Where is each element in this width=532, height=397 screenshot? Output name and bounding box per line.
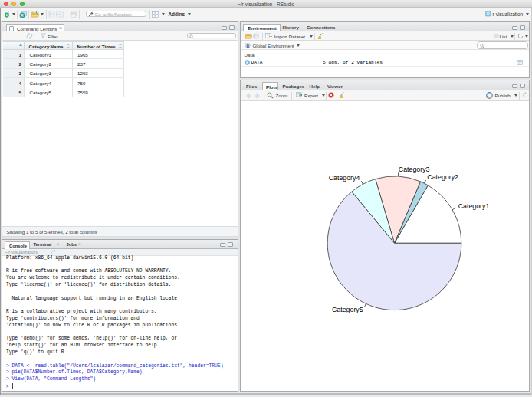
svg-text:R: R (486, 11, 489, 16)
svg-text:R: R (246, 44, 250, 48)
svg-text:Category5: Category5 (332, 305, 363, 313)
svg-text:Category3: Category3 (398, 166, 429, 173)
svg-text:Category4: Category4 (328, 174, 360, 182)
svg-text:R: R (21, 12, 24, 17)
svg-text:Category1: Category1 (458, 202, 489, 210)
svg-text:Category2: Category2 (427, 173, 458, 181)
